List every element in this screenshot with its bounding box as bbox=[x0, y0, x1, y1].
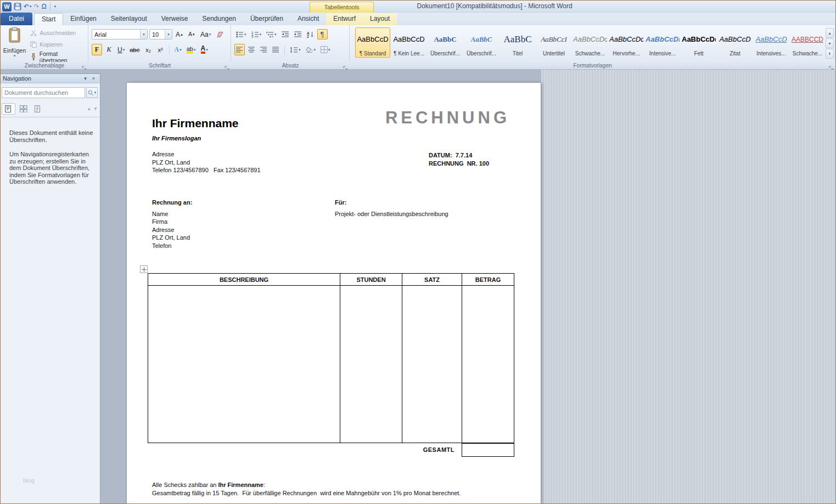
style-intensives-zitat[interactable]: AaBbCcD Intensives... bbox=[754, 27, 789, 58]
qat-customize-icon[interactable]: ▾ bbox=[54, 2, 57, 12]
col-betrag[interactable]: BETRAG bbox=[462, 274, 514, 286]
company-slogan[interactable]: Ihr Firmenslogan bbox=[152, 135, 201, 141]
decrease-indent-button[interactable] bbox=[280, 29, 291, 39]
document-page[interactable]: Ihr Firmenname Ihr Firmenslogan RECHNUNG… bbox=[127, 83, 541, 504]
tab-einfuegen[interactable]: Einfügen bbox=[63, 13, 103, 25]
for-text[interactable]: Projekt- oder Dienstleistungsbeschreibun… bbox=[335, 210, 448, 218]
cut-button[interactable]: Ausschneiden bbox=[27, 28, 88, 38]
save-icon[interactable] bbox=[14, 3, 21, 10]
tab-ansicht[interactable]: Ansicht bbox=[290, 13, 326, 25]
nav-tab-results[interactable] bbox=[31, 103, 45, 115]
tab-layout[interactable]: Layout bbox=[363, 13, 397, 25]
align-left-button[interactable] bbox=[234, 44, 245, 55]
project-block[interactable]: Für: Projekt- oder Dienstleistungsbeschr… bbox=[335, 199, 448, 218]
bill-to-label[interactable]: Rechnung an: bbox=[152, 199, 192, 207]
tab-datei[interactable]: Datei bbox=[1, 13, 32, 25]
styles-scroll-down-icon[interactable]: ▼ bbox=[826, 38, 834, 48]
cell-stunden[interactable] bbox=[340, 286, 402, 443]
style-standard[interactable]: AaBbCcD ¶ Standard bbox=[355, 27, 390, 58]
style-zitat[interactable]: AaBbCcD Zitat bbox=[717, 27, 753, 58]
strikethrough-button[interactable]: abe bbox=[128, 44, 141, 55]
company-name[interactable]: Ihr Firmenname bbox=[152, 117, 239, 130]
search-button[interactable]: ▾ bbox=[86, 87, 98, 98]
nav-options-chevron-icon[interactable]: ▾ bbox=[81, 76, 89, 81]
contextual-tab-header[interactable]: Tabellentools bbox=[310, 2, 374, 13]
highlight-color-button[interactable]: ab▾ bbox=[185, 44, 198, 55]
company-address-block[interactable]: Adresse PLZ Ort, Land Telefon 123/456789… bbox=[152, 150, 261, 174]
style-titel[interactable]: AaBbC Titel bbox=[500, 27, 535, 58]
change-case-button[interactable]: Aa▾ bbox=[199, 29, 212, 39]
cell-beschreibung[interactable] bbox=[148, 286, 340, 443]
style-kein-leerraum[interactable]: AaBbCcD ¶ Kein Lee... bbox=[391, 27, 427, 58]
for-label[interactable]: Für: bbox=[335, 199, 448, 207]
superscript-button[interactable]: x² bbox=[155, 44, 166, 55]
italic-button[interactable]: K bbox=[104, 44, 114, 55]
style-schwacher-verweis[interactable]: AABBCCD Schwache... bbox=[790, 27, 825, 58]
shrink-font-button[interactable]: A▼ bbox=[187, 29, 197, 39]
next-result-icon[interactable]: ▼ bbox=[93, 106, 98, 111]
nav-close-icon[interactable]: × bbox=[89, 76, 98, 81]
shading-button[interactable]: ▾ bbox=[304, 44, 318, 55]
col-beschreibung[interactable]: BESCHREIBUNG bbox=[148, 274, 340, 286]
style-ueberschrift-1[interactable]: AaBbC Überschrif... bbox=[428, 27, 463, 58]
style-ueberschrift-2[interactable]: AaBbC Überschrif... bbox=[464, 27, 499, 58]
cell-satz[interactable] bbox=[402, 286, 462, 443]
footer-line-1[interactable]: Alle Schecks zahlbar an Ihr Firmenname: bbox=[152, 481, 461, 489]
bill-to-line[interactable]: Firma bbox=[152, 218, 192, 226]
previous-result-icon[interactable]: ▲ bbox=[87, 106, 91, 111]
footer-line-2[interactable]: Gesamtbetrag fällig in 15 Tagen. Für übe… bbox=[152, 489, 461, 497]
align-right-button[interactable] bbox=[259, 44, 269, 55]
table-move-handle[interactable] bbox=[140, 265, 148, 273]
address-line[interactable]: PLZ Ort, Land bbox=[152, 158, 261, 167]
tab-seitenlayout[interactable]: Seitenlayout bbox=[104, 13, 154, 25]
copy-button[interactable]: Kopieren bbox=[27, 40, 88, 50]
total-label[interactable]: GESAMTL bbox=[402, 446, 455, 453]
font-size-select[interactable]: 10▾ bbox=[149, 29, 172, 39]
justify-button[interactable] bbox=[271, 44, 281, 55]
style-untertitel[interactable]: AaBbCcI Untertitel bbox=[536, 27, 571, 58]
col-stunden[interactable]: STUNDEN bbox=[340, 274, 402, 286]
font-name-select[interactable]: Arial▾ bbox=[92, 29, 148, 39]
borders-button[interactable]: ▾ bbox=[319, 44, 332, 55]
tab-verweise[interactable]: Verweise bbox=[154, 13, 195, 25]
bill-to-block[interactable]: Rechnung an: Name Firma Adresse PLZ Ort,… bbox=[152, 199, 192, 250]
multilevel-list-button[interactable]: ▾ bbox=[265, 29, 278, 39]
style-intensive-hervorhebung[interactable]: AaBbCcDi Intensive... bbox=[645, 27, 680, 58]
font-size-dropdown-icon[interactable]: ▾ bbox=[165, 30, 172, 39]
numbered-list-button[interactable]: 1.2.3.▾ bbox=[250, 29, 263, 39]
word-logo-icon[interactable]: W bbox=[2, 2, 12, 12]
invoice-footer[interactable]: Alle Schecks zahlbar an Ihr Firmenname: … bbox=[152, 481, 461, 497]
style-schwache-hervorhebung[interactable]: AaBbCcDc Schwache... bbox=[573, 27, 608, 58]
address-line[interactable]: Adresse bbox=[152, 150, 261, 158]
invoice-title[interactable]: RECHNUNG bbox=[385, 108, 510, 128]
grow-font-button[interactable]: A▲ bbox=[174, 29, 185, 39]
bullet-list-button[interactable]: ▾ bbox=[234, 29, 248, 39]
bill-to-line[interactable]: PLZ Ort, Land bbox=[152, 234, 192, 242]
font-name-dropdown-icon[interactable]: ▾ bbox=[140, 30, 147, 39]
undo-icon[interactable]: ↶▾ bbox=[24, 2, 32, 12]
bill-to-line[interactable]: Name bbox=[152, 210, 192, 218]
paste-button[interactable]: Einfügen ▾ bbox=[2, 26, 27, 60]
total-cell[interactable] bbox=[462, 443, 514, 457]
show-paragraph-marks-button[interactable]: ¶ bbox=[317, 29, 328, 39]
tab-sendungen[interactable]: Sendungen bbox=[195, 13, 243, 25]
tab-entwurf[interactable]: Entwurf bbox=[326, 13, 363, 25]
tab-ueberpruefen[interactable]: Überprüfen bbox=[243, 13, 290, 25]
format-painter-button[interactable]: Format übertragen bbox=[27, 52, 88, 62]
underline-button[interactable]: U▾ bbox=[116, 44, 126, 55]
document-search-input[interactable] bbox=[2, 87, 85, 98]
tab-start[interactable]: Start bbox=[34, 13, 63, 25]
bold-button[interactable]: F bbox=[92, 44, 102, 55]
increase-indent-button[interactable] bbox=[293, 29, 304, 39]
invoice-table[interactable]: BESCHREIBUNG STUNDEN SATZ BETRAG bbox=[148, 273, 514, 443]
cell-betrag[interactable] bbox=[462, 286, 514, 443]
styles-scroll-up-icon[interactable]: ▲ bbox=[826, 28, 834, 38]
styles-more-icon[interactable]: ⇟ bbox=[826, 49, 834, 59]
clear-formatting-button[interactable] bbox=[214, 29, 226, 39]
invoice-number-line[interactable]: RECHNUNG NR. 100 bbox=[429, 160, 489, 168]
sort-button[interactable]: AZ bbox=[305, 29, 316, 39]
subscript-button[interactable]: x₂ bbox=[143, 44, 154, 55]
bill-to-line[interactable]: Telefon bbox=[152, 242, 192, 250]
nav-tab-headings[interactable] bbox=[2, 103, 15, 115]
nav-tab-pages[interactable] bbox=[16, 103, 30, 115]
